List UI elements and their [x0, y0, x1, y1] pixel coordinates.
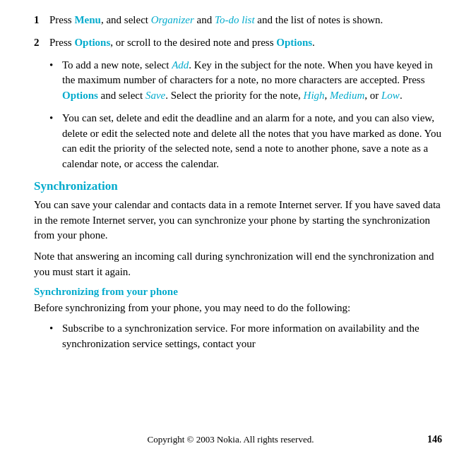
item-number-2: 2	[34, 35, 49, 51]
todo-link: To-do list	[215, 14, 255, 25]
bullet-2: •	[49, 111, 62, 172]
medium-link: Medium	[330, 90, 364, 101]
sync-from-phone-heading: Synchronizing from your phone	[34, 286, 442, 298]
bullet-1: •	[49, 58, 62, 104]
bullet-item-2: • You can set, delete and edit the deadl…	[34, 111, 442, 172]
save-link: Save	[145, 90, 165, 101]
sync-para-1: You can save your calendar and contacts …	[34, 198, 442, 243]
organizer-link: Organizer	[151, 14, 194, 25]
sync-para-2: Note that answering an incoming call dur…	[34, 249, 442, 280]
page-container: 1 Press Menu, and select Organizer and T…	[0, 0, 476, 458]
menu-link: Menu	[74, 14, 101, 25]
synchronization-heading: Synchronization	[34, 179, 442, 193]
high-link: High	[304, 90, 325, 101]
content-area: 1 Press Menu, and select Organizer and T…	[34, 13, 442, 428]
bullet-text-2: You can set, delete and edit the deadlin…	[62, 111, 442, 172]
bullet-text-3: Subscribe to a synchronization service. …	[62, 321, 442, 352]
add-link: Add	[172, 59, 189, 71]
footer: Copyright © 2003 Nokia. All rights reser…	[34, 428, 442, 445]
item-number-1: 1	[34, 13, 49, 28]
options-link-1: Options	[74, 37, 110, 48]
item-text-1: Press Menu, and select Organizer and To-…	[49, 13, 442, 28]
options-link-2: Options	[276, 37, 312, 48]
options-link-3: Options	[62, 90, 98, 101]
sync-from-phone-para: Before synchronizing from your phone, yo…	[34, 301, 442, 316]
item-text-2: Press Options, or scroll to the desired …	[49, 35, 442, 51]
footer-page-number: 146	[427, 434, 442, 445]
low-link: Low	[381, 90, 400, 101]
bullet-3: •	[49, 321, 62, 352]
bullet-item-1: • To add a new note, select Add. Key in …	[34, 58, 442, 104]
bullet-item-3: • Subscribe to a synchronization service…	[34, 321, 442, 352]
footer-copyright: Copyright © 2003 Nokia. All rights reser…	[34, 434, 427, 445]
bullet-text-1: To add a new note, select Add. Key in th…	[62, 58, 442, 104]
numbered-item-1: 1 Press Menu, and select Organizer and T…	[34, 13, 442, 28]
numbered-item-2: 2 Press Options, or scroll to the desire…	[34, 35, 442, 51]
